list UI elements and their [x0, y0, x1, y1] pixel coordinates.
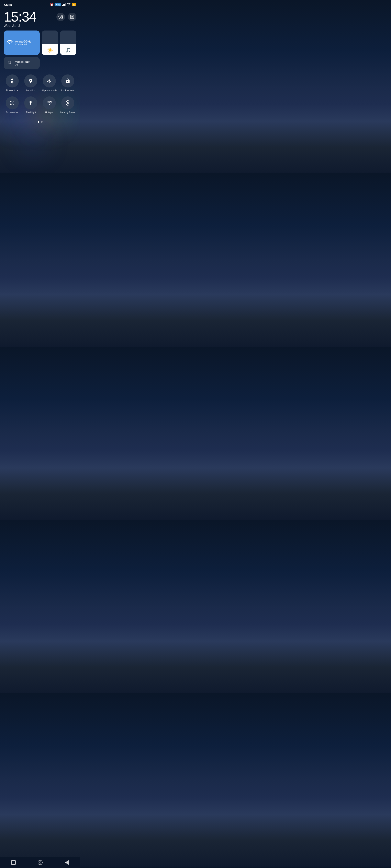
wifi-toggle-icon — [7, 40, 12, 45]
page-dot-2[interactable] — [41, 121, 43, 123]
nearby-share-tile[interactable]: Nearby Share — [59, 96, 76, 114]
icon-row-1: Bluetooth▲ Location Airplane mode — [4, 74, 76, 92]
page-dots — [0, 120, 80, 126]
battery-icon: 63 — [72, 3, 76, 6]
clock-actions — [56, 12, 76, 21]
clock-date: Wed, Jan 3 — [4, 24, 36, 28]
icon-grid: Bluetooth▲ Location Airplane mode — [0, 71, 80, 120]
signal-icon — [62, 3, 66, 6]
lock-screen-tile[interactable]: Lock screen — [59, 74, 76, 92]
airplane-icon-circle — [43, 74, 56, 88]
wifi-status-icon — [67, 3, 71, 6]
wifi-status: Connected — [15, 43, 32, 46]
nearby-share-icon-circle — [61, 96, 74, 110]
brightness-icon: ☀️ — [47, 48, 53, 55]
location-label: Location — [26, 89, 35, 92]
clock-display: 15:34 Wed, Jan 3 — [4, 10, 36, 28]
hotspot-label: Hotspot — [45, 111, 53, 114]
clock-time: 15:34 — [4, 10, 36, 24]
page-dot-1[interactable] — [38, 121, 39, 123]
screenshot-label: Screenshot — [6, 111, 18, 114]
location-tile[interactable]: Location — [22, 74, 39, 92]
alarm-icon: ⏰ — [50, 3, 53, 6]
clock-section: 15:34 Wed, Jan 3 — [0, 8, 80, 31]
volume-slider[interactable]: 🎵 — [60, 31, 76, 55]
screenshot-icon-circle — [6, 96, 19, 110]
brightness-slider[interactable]: ☀️ — [42, 31, 58, 55]
volume-icon: 🎵 — [65, 48, 71, 55]
lock-screen-icon-circle — [61, 74, 74, 88]
wifi-toggle[interactable]: Avina-5GHz Connected — [4, 31, 40, 55]
screenshot-tile[interactable]: Screenshot — [4, 96, 21, 114]
vpn-badge: VPN — [55, 3, 61, 6]
bluetooth-icon-circle — [6, 74, 19, 88]
wifi-text: Avina-5GHz Connected — [15, 40, 32, 46]
edit-button[interactable] — [68, 12, 76, 21]
bluetooth-label: Bluetooth▲ — [6, 89, 19, 92]
carrier-name: AMIR — [4, 3, 12, 6]
airplane-tile[interactable]: Airplane mode — [41, 74, 58, 92]
airplane-label: Airplane mode — [41, 89, 57, 92]
mobile-name: Mobile data — [15, 60, 31, 63]
status-icons: ⏰ VPN 63 — [50, 3, 76, 6]
flashlight-icon-circle — [24, 96, 37, 110]
flashlight-tile[interactable]: Flashlight — [22, 96, 39, 114]
settings-button[interactable] — [56, 12, 65, 21]
icon-row-2: Screenshot Flashlight Hotspo — [4, 96, 76, 114]
wifi-name: Avina-5GHz — [15, 40, 32, 43]
location-icon-circle — [24, 74, 37, 88]
lock-screen-label: Lock screen — [61, 89, 75, 92]
status-bar: AMIR ⏰ VPN 63 — [0, 0, 80, 8]
quick-toggles: Avina-5GHz Connected ☀️ 🎵 Mobile data — [0, 31, 80, 69]
hotspot-tile[interactable]: Hotspot — [41, 96, 58, 114]
mobile-status: Off — [15, 63, 31, 66]
bluetooth-tile[interactable]: Bluetooth▲ — [4, 74, 21, 92]
mobile-data-toggle[interactable]: Mobile data Off — [4, 57, 40, 69]
hotspot-icon-circle — [43, 96, 56, 110]
flashlight-label: Flashlight — [25, 111, 36, 114]
nearby-share-label: Nearby Share — [60, 111, 75, 114]
mobile-text: Mobile data Off — [15, 60, 31, 66]
mobile-data-icon — [7, 60, 12, 66]
